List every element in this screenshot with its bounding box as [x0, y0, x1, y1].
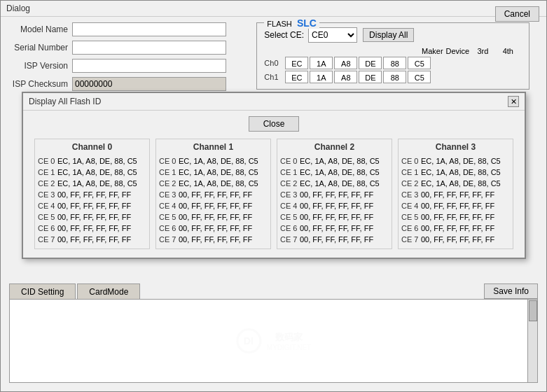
- ch2-ce5-label: CE 5: [280, 212, 300, 221]
- ch0-ce5-label: CE 5: [38, 212, 57, 221]
- ch2-ce3-value: 00, FF, FF, FF, FF, FF: [300, 190, 373, 200]
- ch1-ce5-label: CE 5: [159, 212, 179, 221]
- ch1-ce3-row: CE 3 00, FF, FF, FF, FF, FF: [159, 190, 268, 200]
- ch0-ce1-value: EC, 1A, A8, DE, 88, C5: [57, 167, 137, 177]
- ch2-ce6-label: CE 6: [280, 223, 300, 232]
- modal-title-bar: Display All Flash ID ✕: [23, 93, 525, 111]
- ch2-ce2-value: EC, 1A, A8, DE, 88, C5: [300, 178, 380, 188]
- ch2-ce0-value: EC, 1A, A8, DE, 88, C5: [300, 156, 380, 166]
- ch3-ce0-label: CE 0: [401, 156, 421, 165]
- channel-3-col: Channel 3 CE 0 EC, 1A, A8, DE, 88, C5 CE…: [398, 139, 513, 249]
- ch3-ce4-label: CE 4: [401, 201, 421, 210]
- ch3-ce3-value: 00, FF, FF, FF, FF, FF: [421, 190, 494, 200]
- ch1-ce0-row: CE 0 EC, 1A, A8, DE, 88, C5: [159, 156, 268, 166]
- ch0-ce0-value: EC, 1A, A8, DE, 88, C5: [57, 156, 137, 166]
- ch0-ce3-label: CE 3: [38, 190, 57, 199]
- ch1-ce5-value: 00, FF, FF, FF, FF, FF: [179, 212, 252, 222]
- flash-id-table: Channel 0 CE 0 EC, 1A, A8, DE, 88, C5 CE…: [34, 139, 513, 249]
- ch3-ce0-value: EC, 1A, A8, DE, 88, C5: [421, 156, 501, 166]
- ch3-ce1-value: EC, 1A, A8, DE, 88, C5: [421, 167, 501, 177]
- ch2-ce1-row: CE 1 EC, 1A, A8, DE, 88, C5: [280, 167, 389, 177]
- ch0-ce6-row: CE 6 00, FF, FF, FF, FF, FF: [38, 223, 146, 233]
- ch0-ce0-row: CE 0 EC, 1A, A8, DE, 88, C5: [38, 156, 146, 166]
- modal-close-button[interactable]: Close: [249, 116, 300, 132]
- ch2-ce4-label: CE 4: [280, 201, 300, 210]
- modal-title: Display All Flash ID: [29, 97, 101, 106]
- ch3-ce6-label: CE 6: [401, 223, 421, 232]
- ch3-ce5-row: CE 5 00, FF, FF, FF, FF, FF: [401, 212, 510, 222]
- ch3-ce0-row: CE 0 EC, 1A, A8, DE, 88, C5: [401, 156, 510, 166]
- ch3-ce1-label: CE 1: [401, 167, 421, 176]
- ch3-ce7-value: 00, FF, FF, FF, FF, FF: [421, 234, 494, 244]
- ch1-ce3-value: 00, FF, FF, FF, FF, FF: [179, 190, 252, 200]
- ch2-ce1-value: EC, 1A, A8, DE, 88, C5: [300, 167, 380, 177]
- ch0-ce7-label: CE 7: [38, 234, 57, 244]
- channel-0-col: Channel 0 CE 0 EC, 1A, A8, DE, 88, C5 CE…: [34, 139, 150, 249]
- ch1-ce2-value: EC, 1A, A8, DE, 88, C5: [179, 178, 258, 188]
- ch3-ce4-value: 00, FF, FF, FF, FF, FF: [421, 201, 494, 211]
- ch0-ce6-value: 00, FF, FF, FF, FF, FF: [57, 223, 131, 233]
- flash-id-modal: Display All Flash ID ✕ Close Channel 0 C…: [22, 92, 526, 259]
- ch3-ce5-label: CE 5: [401, 212, 421, 221]
- ch1-ce2-label: CE 2: [159, 178, 179, 188]
- channel-2-col: Channel 2 CE 0 EC, 1A, A8, DE, 88, C5 CE…: [277, 139, 392, 249]
- ch3-ce3-label: CE 3: [401, 190, 421, 199]
- ch0-ce3-value: 00, FF, FF, FF, FF, FF: [57, 190, 131, 200]
- ch1-ce3-label: CE 3: [159, 190, 179, 199]
- ch0-ce6-label: CE 6: [38, 223, 57, 232]
- ch2-ce7-row: CE 7 00, FF, FF, FF, FF, FF: [280, 234, 389, 244]
- ch1-ce6-label: CE 6: [159, 223, 179, 232]
- ch2-ce3-row: CE 3 00, FF, FF, FF, FF, FF: [280, 190, 389, 200]
- ch1-ce4-value: 00, FF, FF, FF, FF, FF: [179, 201, 252, 211]
- ch2-ce7-value: 00, FF, FF, FF, FF, FF: [300, 234, 373, 244]
- ch0-ce1-label: CE 1: [38, 167, 57, 176]
- ch1-ce5-row: CE 5 00, FF, FF, FF, FF, FF: [159, 212, 268, 222]
- ch1-ce1-value: EC, 1A, A8, DE, 88, C5: [179, 167, 258, 177]
- ch3-ce2-value: EC, 1A, A8, DE, 88, C5: [421, 178, 501, 188]
- channel-3-header: Channel 3: [401, 142, 510, 152]
- main-dialog: Dialog Cancel Model Name Serial Number I…: [0, 0, 547, 392]
- ch0-ce5-row: CE 5 00, FF, FF, FF, FF, FF: [38, 212, 146, 222]
- ch0-ce2-value: EC, 1A, A8, DE, 88, C5: [57, 178, 137, 188]
- ch0-ce1-row: CE 1 EC, 1A, A8, DE, 88, C5: [38, 167, 146, 177]
- ch0-ce4-value: 00, FF, FF, FF, FF, FF: [57, 201, 131, 211]
- ch0-ce3-row: CE 3 00, FF, FF, FF, FF, FF: [38, 190, 146, 200]
- ch3-ce7-label: CE 7: [401, 234, 421, 244]
- ch0-ce0-label: CE 0: [38, 156, 57, 165]
- modal-close-x-button[interactable]: ✕: [508, 96, 519, 107]
- ch2-ce6-value: 00, FF, FF, FF, FF, FF: [300, 223, 373, 233]
- ch2-ce0-label: CE 0: [280, 156, 300, 165]
- ch2-ce1-label: CE 1: [280, 167, 300, 176]
- ch3-ce2-label: CE 2: [401, 178, 421, 188]
- ch2-ce5-row: CE 5 00, FF, FF, FF, FF, FF: [280, 212, 389, 222]
- ch2-ce4-row: CE 4 00, FF, FF, FF, FF, FF: [280, 201, 389, 211]
- ch3-ce7-row: CE 7 00, FF, FF, FF, FF, FF: [401, 234, 510, 244]
- ch0-ce7-row: CE 7 00, FF, FF, FF, FF, FF: [38, 234, 146, 244]
- ch3-ce5-value: 00, FF, FF, FF, FF, FF: [421, 212, 494, 222]
- ch1-ce1-label: CE 1: [159, 167, 179, 176]
- ch2-ce2-row: CE 2 EC, 1A, A8, DE, 88, C5: [280, 178, 389, 188]
- ch3-ce6-value: 00, FF, FF, FF, FF, FF: [421, 223, 494, 233]
- ch2-ce6-row: CE 6 00, FF, FF, FF, FF, FF: [280, 223, 389, 233]
- ch3-ce6-row: CE 6 00, FF, FF, FF, FF, FF: [401, 223, 510, 233]
- ch1-ce2-row: CE 2 EC, 1A, A8, DE, 88, C5: [159, 178, 268, 188]
- ch1-ce6-row: CE 6 00, FF, FF, FF, FF, FF: [159, 223, 268, 233]
- ch1-ce4-row: CE 4 00, FF, FF, FF, FF, FF: [159, 201, 268, 211]
- ch0-ce2-label: CE 2: [38, 178, 57, 188]
- ch1-ce7-row: CE 7 00, FF, FF, FF, FF, FF: [159, 234, 268, 244]
- ch2-ce4-value: 00, FF, FF, FF, FF, FF: [300, 201, 373, 211]
- ch0-ce2-row: CE 2 EC, 1A, A8, DE, 88, C5: [38, 178, 146, 188]
- channel-1-col: Channel 1 CE 0 EC, 1A, A8, DE, 88, C5 CE…: [155, 139, 271, 249]
- modal-overlay: Display All Flash ID ✕ Close Channel 0 C…: [1, 1, 546, 391]
- ch3-ce1-row: CE 1 EC, 1A, A8, DE, 88, C5: [401, 167, 510, 177]
- ch1-ce0-value: EC, 1A, A8, DE, 88, C5: [179, 156, 258, 166]
- ch2-ce2-label: CE 2: [280, 178, 300, 188]
- ch3-ce3-row: CE 3 00, FF, FF, FF, FF, FF: [401, 190, 510, 200]
- ch1-ce6-value: 00, FF, FF, FF, FF, FF: [179, 223, 252, 233]
- ch2-ce3-label: CE 3: [280, 190, 300, 199]
- ch0-ce4-row: CE 4 00, FF, FF, FF, FF, FF: [38, 201, 146, 211]
- ch0-ce7-value: 00, FF, FF, FF, FF, FF: [57, 234, 131, 244]
- ch3-ce4-row: CE 4 00, FF, FF, FF, FF, FF: [401, 201, 510, 211]
- ch1-ce1-row: CE 1 EC, 1A, A8, DE, 88, C5: [159, 167, 268, 177]
- channel-1-header: Channel 1: [159, 142, 268, 152]
